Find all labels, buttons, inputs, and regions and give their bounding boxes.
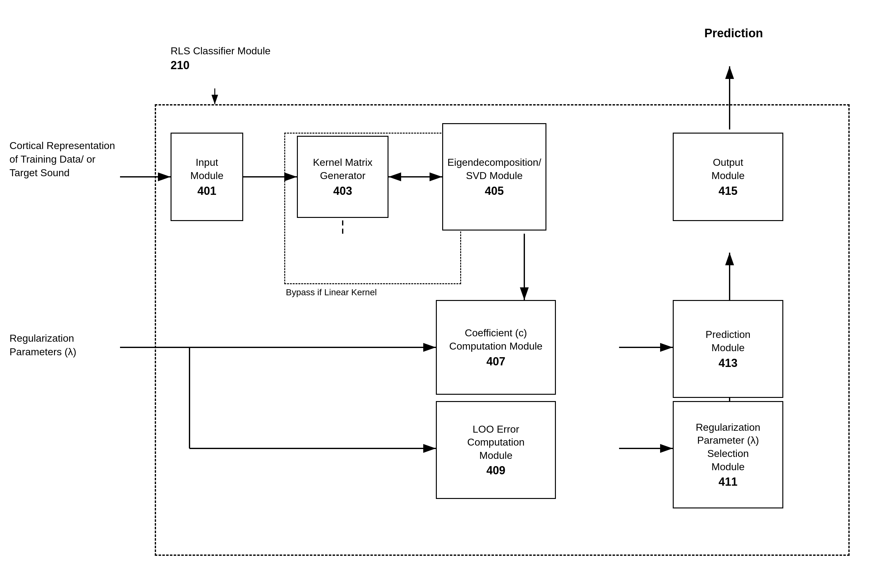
loo-error-box: LOO Error Computation Module 409 bbox=[436, 401, 556, 499]
diagram-container: Bypass if Linear Kernel Input Module 401… bbox=[0, 0, 885, 588]
coefficient-number: 407 bbox=[486, 355, 506, 368]
bypass-label: Bypass if Linear Kernel bbox=[286, 287, 377, 297]
reg-param-selection-number: 411 bbox=[718, 475, 738, 489]
loo-error-label: LOO Error Computation Module bbox=[467, 423, 524, 462]
coefficient-box: Coefficient (c) Computation Module 407 bbox=[436, 300, 556, 395]
prediction-output-label: Prediction bbox=[704, 25, 763, 41]
input-module-box: Input Module 401 bbox=[171, 133, 243, 221]
eigendecomposition-box: Eigendecomposition/ SVD Module 405 bbox=[442, 123, 546, 231]
prediction-module-label: Prediction Module bbox=[706, 328, 750, 354]
eigendecomposition-label: Eigendecomposition/ SVD Module bbox=[447, 156, 541, 182]
output-module-label: Output Module bbox=[712, 156, 745, 182]
input-module-label: Input Module bbox=[190, 156, 224, 182]
prediction-module-number: 413 bbox=[718, 357, 738, 370]
cortical-label: Cortical Representation of Training Data… bbox=[9, 139, 123, 180]
kernel-matrix-box: Kernel Matrix Generator 403 bbox=[297, 136, 388, 218]
output-module-box: Output Module 415 bbox=[673, 133, 783, 221]
regularization-params-label: Regularization Parameters (λ) bbox=[9, 332, 123, 359]
kernel-matrix-number: 403 bbox=[333, 184, 352, 198]
rls-classifier-label: RLS Classifier Module 210 bbox=[171, 44, 271, 73]
input-module-number: 401 bbox=[197, 184, 216, 198]
coefficient-label: Coefficient (c) Computation Module bbox=[449, 327, 542, 353]
reg-param-selection-box: Regularization Parameter (λ) Selection M… bbox=[673, 401, 783, 508]
reg-param-selection-label: Regularization Parameter (λ) Selection M… bbox=[696, 421, 760, 473]
kernel-matrix-label: Kernel Matrix Generator bbox=[313, 156, 373, 182]
loo-error-number: 409 bbox=[486, 464, 506, 477]
output-module-number: 415 bbox=[718, 184, 738, 198]
prediction-module-box: Prediction Module 413 bbox=[673, 300, 783, 398]
eigendecomposition-number: 405 bbox=[485, 184, 504, 198]
